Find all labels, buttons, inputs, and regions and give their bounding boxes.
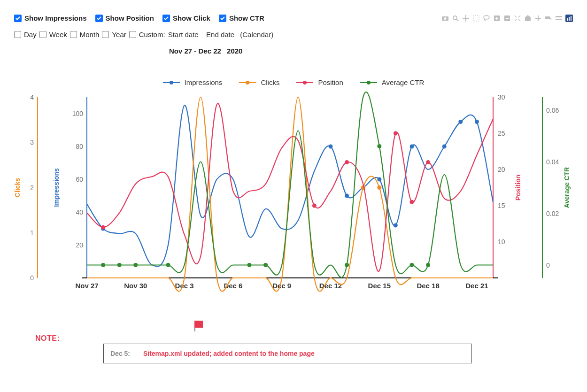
svg-point-63: [394, 223, 398, 228]
pan-icon[interactable]: [462, 15, 470, 22]
checkbox-icon: [95, 15, 103, 22]
svg-point-75: [426, 160, 430, 164]
svg-text:15: 15: [498, 202, 505, 209]
svg-point-66: [458, 120, 463, 124]
svg-text:4: 4: [30, 93, 34, 101]
plotly-logo-icon[interactable]: [565, 15, 573, 22]
note-date: Dec 5:: [110, 350, 130, 357]
zoom-in-icon[interactable]: [493, 15, 501, 22]
start-date-field[interactable]: Start date: [168, 31, 199, 38]
svg-text:60: 60: [76, 176, 83, 183]
svg-point-64: [410, 145, 414, 149]
end-date-field[interactable]: End date: [206, 31, 234, 38]
svg-text:3: 3: [30, 138, 34, 146]
svg-text:0.02: 0.02: [546, 210, 559, 217]
calendar-hint: (Calendar): [240, 31, 273, 38]
legend-label: Position: [318, 78, 343, 86]
toggle-click[interactable]: Show Click: [162, 14, 210, 22]
checkbox-icon: [39, 31, 46, 38]
camera-icon[interactable]: [441, 15, 449, 22]
reset-icon[interactable]: [524, 15, 532, 22]
chart-svg[interactable]: 0123420406080100101520253000.020.040.06N…: [14, 83, 573, 304]
svg-text:0: 0: [546, 261, 550, 269]
hover-icon[interactable]: [545, 15, 552, 22]
select-icon[interactable]: [472, 15, 480, 22]
svg-text:Clicks: Clicks: [14, 178, 21, 197]
granularity-day[interactable]: Day: [14, 31, 38, 38]
svg-point-81: [263, 263, 268, 267]
svg-text:Dec 18: Dec 18: [417, 282, 439, 290]
svg-text:Impressions: Impressions: [53, 168, 60, 207]
title-year: 2020: [227, 47, 242, 55]
svg-text:2: 2: [30, 184, 34, 192]
toggle-position[interactable]: Show Position: [95, 14, 154, 22]
svg-point-67: [475, 120, 479, 124]
svg-rect-16: [556, 16, 562, 17]
svg-rect-17: [556, 19, 562, 20]
note-label: NOTE:: [35, 334, 60, 343]
svg-rect-6: [473, 15, 479, 21]
svg-text:Position: Position: [514, 175, 522, 200]
svg-point-71: [312, 204, 317, 208]
autoscale-icon[interactable]: [514, 15, 521, 22]
lasso-icon[interactable]: [483, 15, 490, 22]
toggle-label: Show CTR: [229, 14, 264, 22]
svg-text:20: 20: [498, 166, 505, 173]
svg-point-72: [345, 160, 349, 164]
svg-point-77: [117, 263, 122, 267]
svg-point-2: [453, 16, 457, 20]
chart-title: Nov 27 - Dec 22 2020: [169, 47, 573, 55]
toggle-ctr[interactable]: Show CTR: [219, 14, 264, 22]
checkbox-icon: [70, 31, 77, 38]
zoom-out-icon[interactable]: [503, 15, 511, 22]
legend-clicks[interactable]: Clicks: [239, 78, 279, 86]
svg-text:Dec 9: Dec 9: [272, 282, 291, 290]
granularity-year[interactable]: Year: [102, 31, 127, 38]
zoom-icon[interactable]: [452, 15, 459, 22]
legend-label: Clicks: [261, 78, 279, 86]
svg-line-3: [456, 19, 458, 21]
svg-point-79: [166, 263, 170, 267]
svg-text:100: 100: [72, 110, 84, 117]
legend-ctr[interactable]: Average CTR: [360, 78, 425, 86]
legend-label: Average CTR: [382, 78, 425, 86]
title-range: Nov 27 - Dec 22: [169, 47, 221, 55]
granularity-custom[interactable]: Custom:: [129, 31, 166, 38]
chart-legend: Impressions Clicks Position Average CTR: [14, 78, 573, 86]
granularity-label: Day: [24, 31, 37, 38]
checkbox-icon: [102, 31, 109, 38]
legend-impressions[interactable]: Impressions: [163, 78, 223, 86]
checkbox-icon: [162, 15, 170, 22]
svg-text:10: 10: [498, 238, 505, 246]
svg-text:20: 20: [76, 241, 83, 249]
svg-text:Nov 27: Nov 27: [75, 282, 98, 290]
compare-icon[interactable]: [555, 15, 563, 22]
note-text: Sitemap.xml updated; added content to th…: [143, 350, 315, 357]
granularity-week[interactable]: Week: [39, 31, 68, 38]
svg-point-1: [444, 17, 447, 20]
svg-rect-19: [567, 18, 568, 21]
granularity-month[interactable]: Month: [70, 31, 100, 38]
note-flag-icon: [194, 321, 203, 331]
toggle-impressions[interactable]: Show Impressions: [14, 14, 87, 22]
svg-point-83: [377, 144, 381, 148]
granularity-label: Week: [49, 31, 67, 38]
svg-point-74: [410, 200, 414, 204]
svg-text:Dec 21: Dec 21: [465, 282, 488, 290]
svg-point-62: [377, 177, 381, 182]
svg-text:0.04: 0.04: [546, 158, 559, 166]
series-toggles: Show Impressions Show Position Show Clic…: [14, 14, 264, 22]
legend-position[interactable]: Position: [296, 78, 343, 86]
spike-icon[interactable]: [534, 15, 542, 22]
svg-point-65: [442, 145, 447, 149]
chart-area: Impressions Clicks Position Average CTR …: [14, 83, 573, 304]
checkbox-icon: [129, 31, 136, 38]
toggle-label: Show Position: [106, 14, 154, 22]
checkbox-icon: [219, 15, 226, 22]
plot-toolbar: [441, 15, 573, 22]
svg-point-82: [345, 263, 349, 267]
toggle-label: Show Impressions: [24, 14, 87, 22]
svg-point-80: [247, 263, 252, 267]
svg-text:25: 25: [498, 130, 505, 137]
svg-text:40: 40: [76, 208, 83, 216]
